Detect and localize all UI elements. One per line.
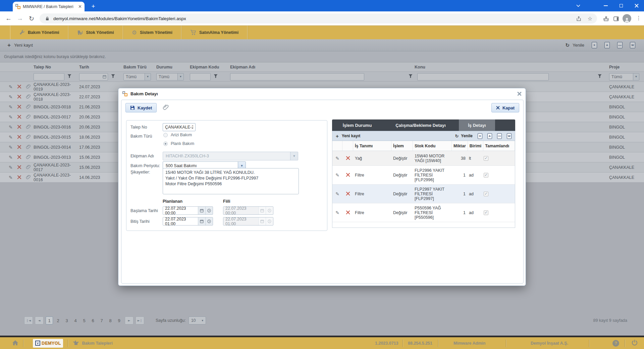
detail-row[interactable]: ✎FiltreDeğiştirFLP2997 YAKIT FİLTRESİ [F… [332,185,515,203]
extensions-puzzle-icon[interactable] [603,16,609,22]
cell-stok-kodu: P550596 YAĞ FİLTRESİ [P550596] [413,206,452,220]
home-icon[interactable] [12,340,18,347]
cell-is-tanimi: Filtre [353,173,391,178]
delete-icon[interactable] [346,210,350,215]
detail-tabs: İşlem Durumu Çalışma/Bekleme Detayı İş D… [332,119,515,131]
detail-row[interactable]: ✎FiltreDeğiştirP550596 YAĞ FİLTRESİ [P55… [332,203,515,222]
detail-new-record-button[interactable]: + Yeni kayıt [336,133,360,139]
dialog-body: Kaydet Kapat Talep No Bakım Türü Arizi B… [121,100,524,284]
calendar-icon[interactable] [198,217,205,225]
browser-menu-dots-icon[interactable]: ⋮ [636,15,641,21]
footer-company-name: Demyol İnşaat A.Ş. [531,341,568,346]
delete-icon[interactable] [346,156,350,160]
footer-user-name[interactable]: Mimware Admin [453,341,485,346]
close-button[interactable]: Kapat [491,103,519,112]
menu-item-satinalma-yonetimi[interactable]: SatınAlma Yönetimi [181,26,248,39]
reload-icon[interactable]: ↻ [29,12,34,25]
menu-item-label: Sistem Yönetimi [140,30,172,35]
dialog-title-bar[interactable]: Bakım Detayı [118,88,526,99]
floppy-icon [130,105,135,110]
clock-icon[interactable] [205,217,213,225]
edit-icon[interactable]: ✎ [335,156,339,161]
talep-no-input[interactable] [163,123,196,131]
calendar-icon [258,207,266,214]
cell-miktar: 38 [452,156,467,161]
cell-birimi: ad [467,173,482,178]
cell-birimi: ad [467,192,482,196]
sikayetler-textarea[interactable]: 15/40 MOTOR YAĞI 38 LİTRE YAĞ KONULDU. Y… [163,168,299,194]
export-excel-icon[interactable]: X [478,133,482,139]
edit-icon[interactable]: ✎ [335,173,339,178]
tab-close-icon[interactable]: ✕ [78,4,82,9]
window-close-button[interactable] [629,0,644,11]
bookmark-star-icon[interactable]: ☆ [588,15,592,22]
attachment-icon[interactable] [163,104,169,112]
browser-tab[interactable]: MIMWARE / Bakım Talepleri ✕ [13,2,85,11]
tab-is-detayi[interactable]: İş Detayı [459,119,495,131]
ekipman-adi-label: Ekipman Adı [130,154,162,158]
bitis-tarihi-label: Bitiş Tarihi [130,219,162,224]
radio-planli-bakim[interactable]: Planlı Bakım [163,141,194,146]
back-icon[interactable]: ← [5,12,12,25]
side-panel-icon[interactable] [613,16,619,22]
window-minimize-button[interactable] [598,0,613,11]
menu-item-stok-yonetimi[interactable]: Stok Yönetimi [68,26,123,39]
tab-calisma-bekleme-detayi[interactable]: Çalışma/Bekleme Detayı [382,119,459,131]
profile-avatar[interactable] [623,14,631,23]
detail-col-birimi[interactable]: Birimi [468,141,483,151]
browser-tab-strip: MIMWARE / Bakım Talepleri ✕ + [0,0,644,11]
save-button[interactable]: Kaydet [125,103,157,112]
fiili-header: Fiili [223,199,230,204]
chevron-down-icon[interactable] [571,0,586,11]
footer-bar: V DEMYOL Bakım Talepleri 1.2023.0713 88.… [0,337,644,349]
detail-grid-header: İş Tanımı İşlem Stok Kodu Miktar Birimi … [332,141,515,151]
detail-refresh-button[interactable]: ↻ Yenile [455,134,473,139]
tab-islem-durumu[interactable]: İşlem Durumu [332,119,382,131]
power-logout-icon[interactable] [631,339,638,347]
plus-icon: + [336,133,339,139]
menu-item-sistem-yonetimi[interactable]: ⚙ Sistem Yönetimi [123,26,181,39]
bitis-planlanan-datetime[interactable]: 22.07.2023 01:00 [163,217,213,226]
detail-col-miktar[interactable]: Miktar [452,141,468,151]
export-csv-icon[interactable]: csv [497,133,502,139]
detail-col-tamamlandi[interactable]: Tamamlandı [483,141,515,151]
footer-version: 1.2023.0713 [375,341,398,346]
detail-col-stok-kodu[interactable]: Stok Kodu [413,141,452,151]
bakim-periyotu-label: Bakım Periyotu: [130,163,162,168]
detail-col-islem[interactable]: İşlem [391,141,413,151]
dialog-title: Bakım Detayı [130,91,158,96]
clock-icon [266,207,273,214]
url-field[interactable]: demyol.mimware.net/Modules/BakimYonetimi… [40,13,597,23]
bakim-detayi-dialog: Bakım Detayı Kaydet Kapat Talep No [118,88,526,286]
radio-icon [163,133,168,137]
completed-checkbox[interactable]: ✓ [484,156,488,161]
completed-checkbox[interactable]: ✓ [484,192,488,196]
export-word-icon[interactable]: W [507,133,512,139]
baslama-planlanan-datetime[interactable]: 22.07.2023 00:00 [163,206,213,215]
detail-row[interactable]: ✎YağDeğiştir15W40 MOTOR YAĞI [15W40]38lt… [332,151,515,166]
demyol-logo[interactable]: V DEMYOL [33,339,63,348]
edit-icon[interactable]: ✎ [335,210,339,215]
radio-arizi-bakim[interactable]: Arizi Bakım [163,133,192,137]
window-maximize-button[interactable] [614,0,629,11]
edit-icon[interactable]: ✎ [335,192,339,196]
calendar-icon[interactable] [198,207,205,214]
share-icon[interactable] [576,15,582,21]
delete-icon[interactable] [346,173,350,177]
clock-icon[interactable] [205,207,213,214]
detail-col-is-tanimi[interactable]: İş Tanımı [353,141,391,151]
menu-item-label: SatınAlma Yönetimi [199,30,238,35]
oil-can-icon [73,340,79,346]
forward-icon[interactable]: → [17,12,23,25]
new-tab-button[interactable]: + [89,3,97,11]
export-pdf-icon[interactable]: A [487,133,492,139]
ekipman-adi-select[interactable]: HITACHI\ ZX350LCH-3 ▼ [163,152,298,160]
completed-checkbox[interactable]: ✓ [484,210,488,215]
delete-icon[interactable] [346,192,350,196]
detail-row[interactable]: ✎FiltreDeğiştirFLP2996 YAKIT FİLTRESİ [F… [332,166,515,185]
radio-selected-icon [163,142,168,146]
completed-checkbox[interactable]: ✓ [484,173,488,178]
menu-item-bakim-yonetimi[interactable]: Bakım Yönetimi [10,26,68,39]
dialog-close-icon[interactable] [517,91,522,96]
help-icon[interactable]: ? [612,340,619,347]
